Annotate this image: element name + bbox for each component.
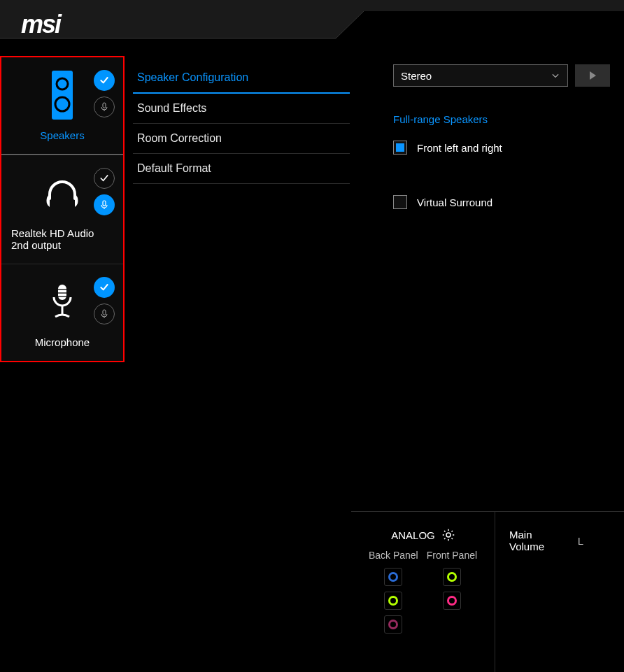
play-test-button[interactable] bbox=[575, 64, 610, 87]
mic-badge[interactable] bbox=[94, 96, 115, 117]
device-microphone[interactable]: Microphone bbox=[1, 264, 123, 361]
microphone-icon bbox=[50, 283, 74, 324]
svg-marker-0 bbox=[0, 0, 624, 38]
default-check-badge[interactable] bbox=[94, 277, 115, 298]
back-port-blue[interactable] bbox=[384, 568, 402, 586]
nav-room-correction[interactable]: Room Correction bbox=[133, 124, 350, 154]
svg-rect-7 bbox=[103, 201, 106, 206]
header-bg bbox=[0, 0, 624, 49]
default-check-badge[interactable] bbox=[94, 168, 115, 189]
brand-logo: msi bbox=[21, 10, 60, 39]
device-realtek-2nd-output[interactable]: Realtek HD Audio 2nd output bbox=[1, 155, 123, 264]
front-panel-label: Front Panel bbox=[427, 550, 477, 561]
front-port-green[interactable] bbox=[443, 568, 461, 586]
nav-sound-effects[interactable]: Sound Effects bbox=[133, 94, 350, 124]
svg-line-23 bbox=[451, 531, 453, 532]
svg-line-21 bbox=[451, 538, 453, 540]
speaker-icon bbox=[52, 71, 73, 122]
back-port-green[interactable] bbox=[384, 592, 402, 610]
front-lr-row[interactable]: Front left and right bbox=[393, 135, 610, 160]
front-lr-checkbox[interactable] bbox=[393, 141, 407, 155]
channel-label: L bbox=[578, 535, 583, 547]
device-label: Speakers bbox=[6, 129, 119, 141]
speaker-config-select[interactable]: Stereo bbox=[393, 64, 568, 87]
default-check-badge[interactable] bbox=[94, 70, 115, 91]
svg-point-15 bbox=[446, 533, 451, 537]
mic-badge[interactable] bbox=[94, 194, 115, 215]
virtual-surround-checkbox[interactable] bbox=[393, 195, 407, 209]
play-icon bbox=[588, 71, 597, 80]
analog-title: ANALOG bbox=[391, 529, 435, 541]
select-value: Stereo bbox=[401, 70, 432, 82]
main-volume-label: Main Volume bbox=[509, 529, 557, 552]
device-speakers[interactable]: Speakers bbox=[1, 57, 123, 155]
svg-rect-13 bbox=[103, 310, 106, 315]
device-label: Realtek HD Audio 2nd output bbox=[6, 227, 119, 251]
nav-default-format[interactable]: Default Format bbox=[133, 154, 350, 184]
virtual-surround-row[interactable]: Virtual Surround bbox=[393, 190, 610, 215]
svg-rect-6 bbox=[103, 103, 106, 108]
svg-rect-8 bbox=[58, 285, 66, 300]
back-panel-label: Back Panel bbox=[369, 550, 418, 561]
gear-icon[interactable] bbox=[442, 529, 455, 541]
settings-nav: Speaker Configuration Sound Effects Room… bbox=[133, 63, 350, 184]
back-port-magenta[interactable] bbox=[384, 615, 402, 634]
front-lr-label: Front left and right bbox=[417, 142, 502, 154]
headphones-icon bbox=[45, 178, 79, 211]
chevron-down-icon bbox=[551, 71, 560, 80]
mic-badge[interactable] bbox=[94, 303, 115, 324]
svg-marker-14 bbox=[590, 71, 596, 80]
full-range-label: Full-range Speakers bbox=[393, 113, 610, 125]
nav-speaker-configuration[interactable]: Speaker Configuration bbox=[133, 63, 350, 94]
device-sidebar: Speakers Realtek HD Audio 2 bbox=[0, 56, 125, 362]
svg-line-20 bbox=[444, 531, 446, 532]
virtual-surround-label: Virtual Surround bbox=[417, 196, 492, 208]
svg-line-22 bbox=[444, 538, 446, 540]
device-label: Microphone bbox=[6, 336, 119, 348]
front-port-pink[interactable] bbox=[443, 592, 461, 610]
